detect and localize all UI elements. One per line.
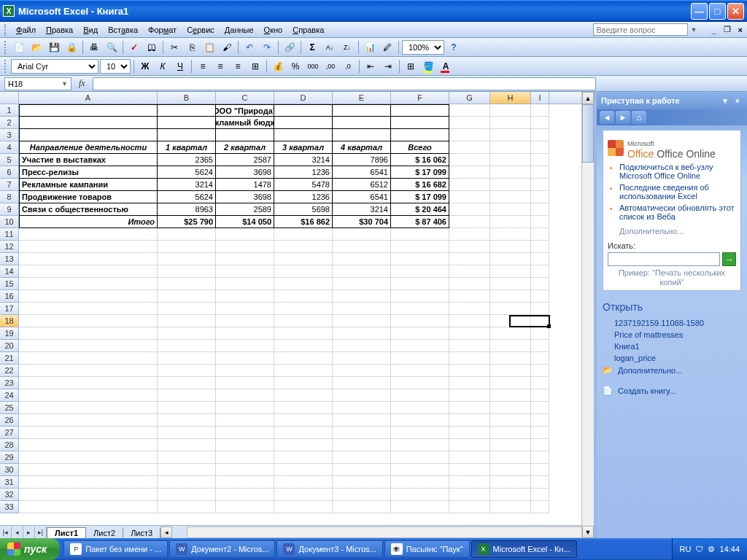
row-header[interactable]: 27 [0, 427, 19, 439]
cell-B7[interactable]: 3214 [158, 179, 216, 191]
cell-H7[interactable] [490, 179, 531, 191]
cell-H1[interactable] [490, 104, 531, 117]
permission-button[interactable]: 🔒 [63, 39, 80, 55]
cell-F31[interactable] [391, 476, 449, 489]
cell-E12[interactable] [333, 241, 391, 253]
cell-B4[interactable]: 1 квартал [158, 141, 216, 154]
borders-button[interactable]: ⊞ [403, 58, 419, 74]
cell-B6[interactable]: 5624 [158, 166, 216, 179]
row-header[interactable]: 20 [0, 340, 19, 352]
cell-G21[interactable] [449, 352, 490, 365]
cell-G2[interactable] [449, 117, 490, 129]
cell-C24[interactable] [216, 389, 274, 402]
cell-I7[interactable] [531, 179, 549, 191]
cell-C10[interactable]: $14 050 [216, 216, 274, 228]
col-header-C[interactable]: C [216, 92, 274, 104]
cell-C1[interactable]: ООО "Природа" [216, 104, 274, 117]
cell-G30[interactable] [449, 464, 490, 476]
paste-button[interactable]: 📋 [201, 39, 217, 55]
col-header-B[interactable]: B [158, 92, 216, 104]
doc-restore-button[interactable]: ❐ [724, 25, 731, 34]
cell-F28[interactable] [391, 439, 449, 451]
cell-A19[interactable] [19, 327, 158, 340]
autosum-button[interactable]: Σ [304, 39, 320, 55]
start-button[interactable]: пуск [0, 538, 60, 560]
row-header[interactable]: 26 [0, 414, 19, 427]
cell-D2[interactable] [274, 117, 333, 129]
cell-A11[interactable] [19, 228, 158, 241]
cell-A25[interactable] [19, 402, 158, 414]
cell-E2[interactable] [333, 117, 391, 129]
decrease-decimal-button[interactable]: ,0 [340, 58, 356, 74]
cell-E21[interactable] [333, 352, 391, 365]
taskpane-search-go[interactable]: → [722, 252, 736, 266]
cell-E18[interactable] [333, 315, 391, 327]
cell-B33[interactable] [158, 501, 216, 513]
scroll-thumb[interactable] [582, 104, 594, 163]
cell-F13[interactable] [391, 253, 449, 265]
cell-F26[interactable] [391, 414, 449, 427]
fill-color-button[interactable]: 🪣 [420, 58, 436, 74]
cell-B23[interactable] [158, 377, 216, 389]
menu-data[interactable]: Данные [220, 24, 259, 36]
cell-D3[interactable] [274, 129, 333, 141]
cell-D33[interactable] [274, 501, 333, 513]
cell-C8[interactable]: 3698 [216, 191, 274, 203]
cell-H17[interactable] [490, 303, 531, 315]
drawing-button[interactable]: 🖉 [379, 39, 395, 55]
cell-A16[interactable] [19, 290, 158, 303]
taskpane-back-icon[interactable]: ◄ [600, 111, 614, 124]
cell-F16[interactable] [391, 290, 449, 303]
cell-B24[interactable] [158, 389, 216, 402]
cell-D30[interactable] [274, 464, 333, 476]
undo-button[interactable]: ↶ [241, 39, 258, 55]
cell-H13[interactable] [490, 253, 531, 265]
cell-G28[interactable] [449, 439, 490, 451]
cell-E16[interactable] [333, 290, 391, 303]
cell-G13[interactable] [449, 253, 490, 265]
cell-A21[interactable] [19, 352, 158, 365]
align-left-button[interactable]: ≡ [195, 58, 211, 74]
cell-B31[interactable] [158, 476, 216, 489]
cell-F17[interactable] [391, 303, 449, 315]
cell-A15[interactable] [19, 278, 158, 290]
row-header[interactable]: 17 [0, 303, 19, 315]
col-header-I[interactable]: I [531, 92, 549, 104]
cell-B2[interactable] [158, 117, 216, 129]
cell-E33[interactable] [333, 501, 391, 513]
toolbar-handle[interactable] [4, 60, 8, 73]
cell-D17[interactable] [274, 303, 333, 315]
cell-E8[interactable]: 6541 [333, 191, 391, 203]
row-header[interactable]: 21 [0, 352, 19, 365]
cell-I31[interactable] [531, 476, 549, 489]
taskpane-close-icon[interactable]: × [732, 96, 743, 106]
taskpane-more[interactable]: Дополнительно... [608, 227, 736, 236]
cell-E15[interactable] [333, 278, 391, 290]
cell-C26[interactable] [216, 414, 274, 427]
cell-C7[interactable]: 1478 [216, 179, 274, 191]
cell-B18[interactable] [158, 315, 216, 327]
cell-D29[interactable] [274, 451, 333, 464]
cell-A27[interactable] [19, 427, 158, 439]
decrease-indent-button[interactable]: ⇤ [363, 58, 379, 74]
row-header[interactable]: 14 [0, 265, 19, 278]
cell-C32[interactable] [216, 489, 274, 501]
cell-I13[interactable] [531, 253, 549, 265]
spelling-button[interactable]: ✓ [126, 39, 142, 55]
open-more-link[interactable]: 📂Дополнительно... [603, 364, 741, 377]
cell-D1[interactable] [274, 104, 333, 117]
menu-file[interactable]: Файл [11, 24, 41, 36]
cell-E13[interactable] [333, 253, 391, 265]
cell-C3[interactable] [216, 129, 274, 141]
row-header[interactable]: 22 [0, 365, 19, 377]
italic-button[interactable]: К [155, 58, 171, 74]
row-header[interactable]: 31 [0, 476, 19, 489]
cell-H23[interactable] [490, 377, 531, 389]
cell-H27[interactable] [490, 427, 531, 439]
cell-F4[interactable]: Всего [391, 141, 449, 154]
cell-G25[interactable] [449, 402, 490, 414]
cell-B9[interactable]: 8963 [158, 203, 216, 216]
cell-E14[interactable] [333, 265, 391, 278]
row-header[interactable]: 18 [0, 315, 19, 327]
col-header-G[interactable]: G [449, 92, 490, 104]
